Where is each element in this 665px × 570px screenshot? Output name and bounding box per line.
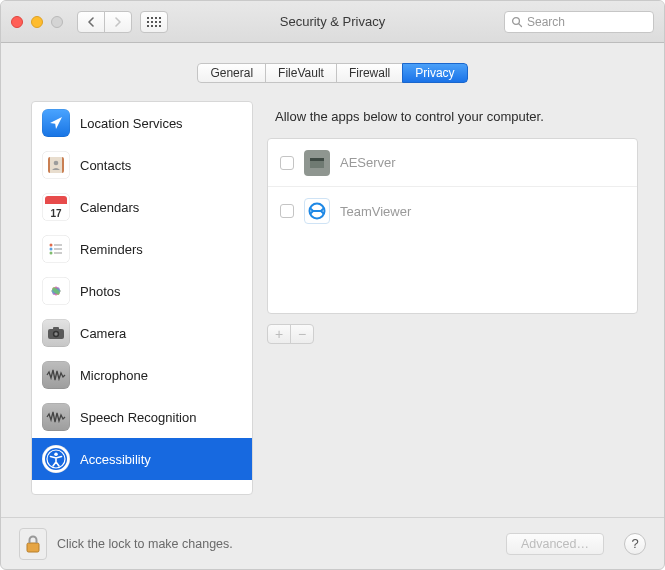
minus-icon: − [298,326,306,342]
nav-buttons [77,11,132,33]
sidebar-item-label: Reminders [80,242,143,257]
svg-rect-18 [53,327,59,330]
sidebar-item-label: Microphone [80,368,148,383]
window-controls [11,16,63,28]
add-remove-controls: + − [267,324,638,344]
add-app-button[interactable]: + [267,324,291,344]
sidebar-item-label: Contacts [80,158,131,173]
pane-description: Allow the apps below to control your com… [275,109,638,124]
detail-pane: Allow the apps below to control your com… [267,101,638,495]
microphone-icon [42,361,70,389]
contacts-icon [42,151,70,179]
photos-icon [42,277,70,305]
app-icon [304,150,330,176]
content-area: Location Services Contacts 17 Calendars [1,83,664,517]
plus-icon: + [275,326,283,342]
svg-point-9 [50,252,53,255]
back-button[interactable] [77,11,105,33]
svg-line-1 [519,23,522,26]
tab-label: FileVault [278,66,324,80]
svg-point-4 [54,161,59,166]
privacy-category-list: Location Services Contacts 17 Calendars [31,101,253,495]
advanced-button[interactable]: Advanced… [506,533,604,555]
chevron-right-icon [114,17,122,27]
sidebar-item-label: Speech Recognition [80,410,196,425]
sidebar-item-calendars[interactable]: 17 Calendars [32,186,252,228]
sidebar-item-speech-recognition[interactable]: Speech Recognition [32,396,252,438]
sidebar-item-contacts[interactable]: Contacts [32,144,252,186]
minimize-window-button[interactable] [31,16,43,28]
sidebar-item-label: Calendars [80,200,139,215]
app-checkbox[interactable] [280,204,294,218]
sidebar-item-label: Location Services [80,116,183,131]
sidebar-item-label: Photos [80,284,120,299]
location-icon [42,109,70,137]
speech-icon [42,403,70,431]
tab-label: Privacy [415,66,454,80]
app-row[interactable]: TeamViewer [268,187,637,235]
tab-general[interactable]: General [197,63,266,83]
svg-point-20 [54,332,57,335]
app-list: AEServer TeamViewer [267,138,638,314]
camera-icon [42,319,70,347]
sidebar-item-location-services[interactable]: Location Services [32,102,252,144]
svg-point-7 [50,248,53,251]
sidebar-item-label: Accessibility [80,452,151,467]
tab-filevault[interactable]: FileVault [265,63,337,83]
svg-rect-28 [27,543,39,552]
tab-label: Firewall [349,66,390,80]
help-button[interactable]: ? [624,533,646,555]
app-row[interactable]: AEServer [268,139,637,187]
close-window-button[interactable] [11,16,23,28]
sidebar-item-photos[interactable]: Photos [32,270,252,312]
titlebar: Security & Privacy [1,1,664,43]
calendar-icon: 17 [42,193,70,221]
lock-hint-text: Click the lock to make changes. [57,537,233,551]
search-icon [511,16,523,28]
reminders-icon [42,235,70,263]
search-input[interactable] [527,15,647,29]
preferences-window: Security & Privacy General FileVault Fir… [0,0,665,570]
forward-button[interactable] [104,11,132,33]
app-checkbox[interactable] [280,156,294,170]
tab-label: General [210,66,253,80]
lock-icon [25,534,41,554]
question-icon: ? [631,536,638,551]
svg-point-23 [54,452,58,456]
svg-point-5 [50,244,53,247]
sidebar-item-label: Camera [80,326,126,341]
accessibility-icon [42,445,70,473]
app-icon [304,198,330,224]
lock-button[interactable] [19,528,47,560]
sidebar-item-microphone[interactable]: Microphone [32,354,252,396]
chevron-left-icon [87,17,95,27]
tab-privacy[interactable]: Privacy [402,63,467,83]
footer: Click the lock to make changes. Advanced… [1,517,664,569]
remove-app-button[interactable]: − [290,324,314,344]
sidebar-item-reminders[interactable]: Reminders [32,228,252,270]
zoom-window-button[interactable] [51,16,63,28]
search-field[interactable] [504,11,654,33]
svg-rect-25 [310,158,324,161]
show-all-button[interactable] [140,11,168,33]
app-name: AEServer [340,155,396,170]
grid-icon [147,17,161,27]
app-name: TeamViewer [340,204,411,219]
tab-firewall[interactable]: Firewall [336,63,403,83]
button-label: Advanced… [521,537,589,551]
sidebar-item-accessibility[interactable]: Accessibility [32,438,252,480]
tab-bar: General FileVault Firewall Privacy [1,63,664,83]
sidebar-item-camera[interactable]: Camera [32,312,252,354]
